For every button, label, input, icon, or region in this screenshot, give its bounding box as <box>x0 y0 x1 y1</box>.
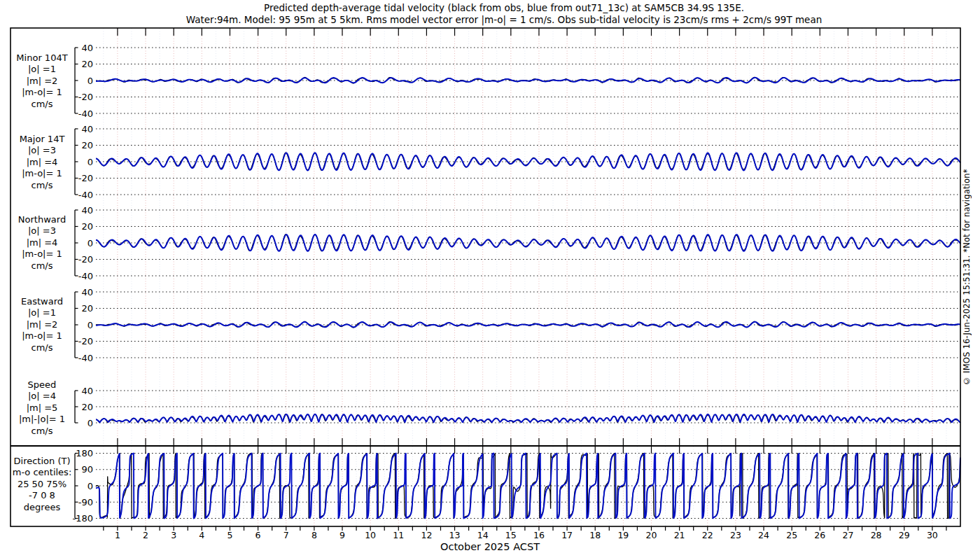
svg-text:25: 25 <box>786 530 797 540</box>
panel-eastward-error-rms: |m-o|= 1 <box>11 330 73 342</box>
svg-text:16: 16 <box>533 530 545 540</box>
chart-canvas: 40200-20-4040200-20-4040200-20-4040200-2… <box>0 0 980 560</box>
svg-text:-40: -40 <box>78 271 93 281</box>
svg-text:5: 5 <box>227 530 232 540</box>
svg-text:40: 40 <box>81 287 93 298</box>
panel-northward-title: Northward <box>11 214 73 225</box>
panel-speed-obs-rms: |o| =4 <box>11 391 73 402</box>
svg-text:0: 0 <box>88 238 93 248</box>
panel-direction-unit: degrees <box>11 502 73 513</box>
panel-direction-centiles-caption: m-o centiles: <box>11 467 73 478</box>
svg-text:40: 40 <box>81 205 93 216</box>
svg-text:22: 22 <box>702 530 713 540</box>
svg-text:27: 27 <box>843 530 854 540</box>
svg-text:-20: -20 <box>78 336 93 346</box>
panel-direction-centile-values: -7 0 8 <box>11 490 73 501</box>
svg-text:26: 26 <box>814 530 825 540</box>
panel-speed-unit: cm/s <box>11 426 73 437</box>
svg-text:-90: -90 <box>78 497 93 507</box>
svg-text:12: 12 <box>421 530 432 540</box>
panel-label-northward: Northward |o| =3 |m| =4 |m-o|= 1 cm/s <box>11 214 73 272</box>
svg-text:15: 15 <box>505 530 517 540</box>
svg-text:29: 29 <box>899 530 910 540</box>
svg-text:19: 19 <box>617 530 629 540</box>
panel-direction-title: Direction (T) <box>11 456 73 467</box>
svg-text:20: 20 <box>81 221 93 232</box>
panel-major-model-rms: |m| =4 <box>11 157 73 168</box>
svg-text:20: 20 <box>81 59 93 69</box>
tidal-velocity-figure: { "title_line1": "Predicted depth-averag… <box>0 0 980 560</box>
svg-text:-20: -20 <box>78 92 93 102</box>
panel-eastward-obs-rms: |o| =1 <box>11 307 73 318</box>
panel-label-minor: Minor 104T |o| =1 |m| =2 |m-o|= 1 cm/s <box>11 52 73 110</box>
svg-text:2: 2 <box>143 530 148 540</box>
svg-text:-40: -40 <box>78 108 93 119</box>
svg-text:10: 10 <box>365 530 376 540</box>
svg-text:-40: -40 <box>78 353 93 363</box>
panel-eastward-title: Eastward <box>11 296 73 307</box>
panel-minor-model-rms: |m| =2 <box>11 76 73 87</box>
svg-text:40: 40 <box>81 386 93 396</box>
panel-major-error-rms: |m-o|= 1 <box>11 168 73 179</box>
svg-text:7: 7 <box>284 530 289 540</box>
svg-text:40: 40 <box>81 43 93 53</box>
svg-text:0: 0 <box>88 481 93 491</box>
svg-text:28: 28 <box>871 530 882 540</box>
svg-text:180: 180 <box>76 448 93 458</box>
panel-label-major: Major 14T |o| =3 |m| =4 |m-o|= 1 cm/s <box>11 134 73 191</box>
panel-eastward-unit: cm/s <box>11 342 73 354</box>
svg-text:21: 21 <box>674 530 685 540</box>
svg-text:8: 8 <box>312 530 317 540</box>
svg-text:90: 90 <box>81 464 93 475</box>
panel-major-title: Major 14T <box>11 134 73 145</box>
svg-text:20: 20 <box>646 530 657 540</box>
panel-direction-centile-levels: 25 50 75% <box>11 479 73 490</box>
panel-minor-title: Minor 104T <box>11 52 73 64</box>
svg-text:6: 6 <box>255 530 261 540</box>
svg-text:-20: -20 <box>78 254 93 265</box>
panel-minor-unit: cm/s <box>11 99 73 110</box>
svg-text:1: 1 <box>115 530 120 540</box>
svg-text:17: 17 <box>561 530 573 540</box>
svg-text:14: 14 <box>477 530 489 540</box>
svg-text:0: 0 <box>88 320 93 330</box>
panel-label-direction: Direction (T) m-o centiles: 25 50 75% -7… <box>11 456 73 513</box>
panel-eastward-model-rms: |m| =2 <box>11 319 73 330</box>
panel-northward-obs-rms: |o| =3 <box>11 225 73 237</box>
svg-text:0: 0 <box>88 418 93 428</box>
svg-text:20: 20 <box>81 402 93 412</box>
panel-label-speed: Speed |o| =4 |m| =5 |m|-|o|= 1 cm/s <box>11 379 73 437</box>
panel-minor-obs-rms: |o| =1 <box>11 64 73 75</box>
svg-text:-180: -180 <box>72 513 93 524</box>
panel-speed-error-rms: |m|-|o|= 1 <box>11 414 73 425</box>
panel-label-eastward: Eastward |o| =1 |m| =2 |m-o|= 1 cm/s <box>11 296 73 354</box>
svg-text:3: 3 <box>171 530 176 540</box>
svg-text:October 2025 ACST: October 2025 ACST <box>440 541 540 552</box>
svg-text:20: 20 <box>81 140 93 150</box>
panel-major-obs-rms: |o| =3 <box>11 145 73 156</box>
svg-text:20: 20 <box>81 303 93 314</box>
svg-text:40: 40 <box>81 124 93 134</box>
panel-northward-error-rms: |m-o|= 1 <box>11 248 73 260</box>
svg-text:13: 13 <box>449 530 461 540</box>
imos-watermark: © IMOS 16-Jun-2025 15:51:31. *Not for na… <box>962 28 977 526</box>
svg-text:4: 4 <box>199 530 204 540</box>
svg-text:11: 11 <box>393 530 404 540</box>
svg-text:0: 0 <box>88 76 93 86</box>
panel-major-unit: cm/s <box>11 180 73 191</box>
panel-speed-model-rms: |m| =5 <box>11 402 73 414</box>
svg-text:23: 23 <box>730 530 741 540</box>
svg-text:18: 18 <box>589 530 601 540</box>
svg-text:9: 9 <box>340 530 345 540</box>
panel-minor-error-rms: |m-o|= 1 <box>11 87 73 98</box>
panel-speed-title: Speed <box>11 379 73 391</box>
svg-text:24: 24 <box>758 530 769 540</box>
svg-text:-40: -40 <box>78 190 93 200</box>
svg-text:0: 0 <box>88 157 93 167</box>
svg-text:30: 30 <box>927 530 938 540</box>
panel-northward-model-rms: |m| =4 <box>11 237 73 248</box>
panel-northward-unit: cm/s <box>11 260 73 272</box>
svg-text:-20: -20 <box>78 173 93 183</box>
